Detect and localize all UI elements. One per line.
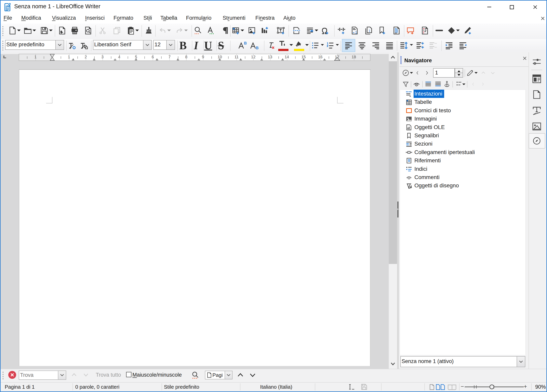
svg-text:B: B	[256, 46, 259, 50]
svg-text:B: B	[244, 41, 247, 45]
svg-text:i: i	[369, 28, 370, 33]
svg-text:1: 1	[355, 31, 357, 34]
